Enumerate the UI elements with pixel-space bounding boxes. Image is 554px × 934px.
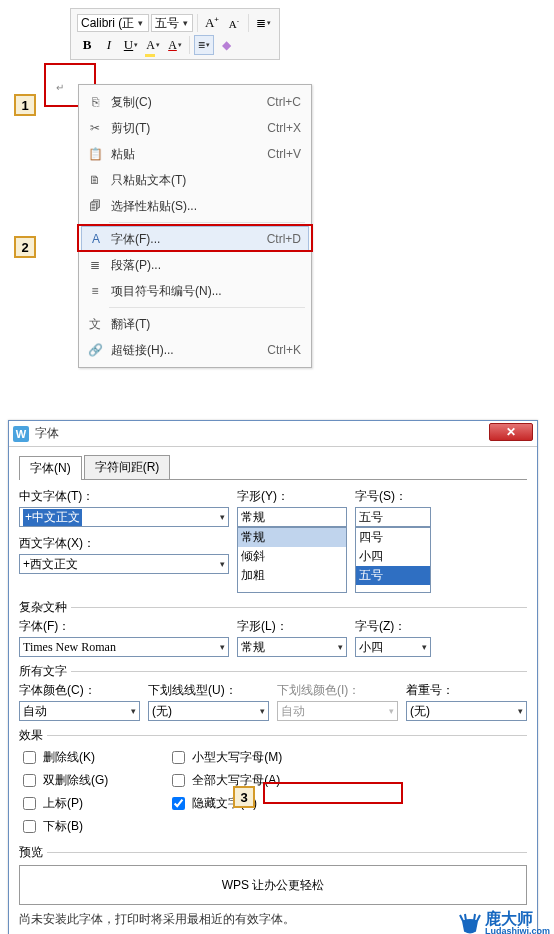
clipboard-icon: 📋 (87, 146, 103, 162)
size-input[interactable]: 五号 (355, 507, 431, 527)
underline-style-label: 下划线线型(U)： (148, 682, 269, 699)
en-font-label: 西文字体(X)： (19, 535, 229, 552)
font-note: 尚未安装此字体，打印时将采用最相近的有效字体。 (19, 911, 527, 928)
dialog-title: 字体 (35, 425, 489, 442)
chk-subscript[interactable]: 下标(B) (19, 817, 108, 836)
cx-font-combo[interactable]: Times New Roman▾ (19, 637, 229, 657)
underline-color-label: 下划线颜色(I)： (277, 682, 398, 699)
size-item[interactable]: 小四 (356, 547, 430, 566)
annotation-highlight-2 (77, 224, 313, 252)
translate-icon: 文 (87, 316, 103, 332)
ctx-cut[interactable]: ✂剪切(T)Ctrl+X (81, 115, 309, 141)
dialog-tabs: 字体(N) 字符间距(R) (19, 455, 527, 480)
formatting-toolbar: Calibri (正▾ 五号▾ A+ A- ≣▾ B I U▾ A▾ A▾ ≡▾… (70, 8, 280, 60)
font-color-combo[interactable]: 自动▾ (19, 701, 140, 721)
close-button[interactable]: ✕ (489, 423, 533, 441)
cx-style-combo[interactable]: 常规▾ (237, 637, 347, 657)
annotation-step-2: 2 (14, 236, 36, 258)
style-input[interactable]: 常规 (237, 507, 347, 527)
chk-double-strike[interactable]: 双删除线(G) (19, 771, 108, 790)
tab-font[interactable]: 字体(N) (19, 456, 82, 480)
italic-button[interactable]: I (99, 35, 119, 55)
tab-spacing[interactable]: 字符间距(R) (84, 455, 171, 479)
paste-text-icon: 🗎 (87, 172, 103, 188)
style-item[interactable]: 加粗 (238, 566, 346, 585)
chk-superscript[interactable]: 上标(P) (19, 794, 108, 813)
line-spacing-button[interactable]: ≣▾ (253, 13, 273, 33)
cx-font-label: 字体(F)： (19, 618, 229, 635)
preview-section-label: 预览 (19, 844, 43, 861)
copy-icon: ⎘ (87, 94, 103, 110)
size-item[interactable]: 五号 (356, 566, 430, 585)
style-label: 字形(Y)： (237, 488, 347, 505)
app-icon: W (13, 426, 29, 442)
align-button[interactable]: ≡▾ (194, 35, 214, 55)
annotation-step-1: 1 (14, 94, 36, 116)
cx-size-label: 字号(Z)： (355, 618, 431, 635)
emphasis-combo[interactable]: (无)▾ (406, 701, 527, 721)
paste-special-icon: 🗐 (87, 198, 103, 214)
preview-box: WPS 让办公更轻松 (19, 865, 527, 905)
ctx-paste[interactable]: 📋粘贴Ctrl+V (81, 141, 309, 167)
ctx-paragraph[interactable]: ≣段落(P)... (81, 252, 309, 278)
ctx-paste-text[interactable]: 🗎只粘贴文本(T) (81, 167, 309, 193)
cx-style-label: 字形(L)： (237, 618, 347, 635)
scissors-icon: ✂ (87, 120, 103, 136)
ctx-bullets[interactable]: ≡项目符号和编号(N)... (81, 278, 309, 304)
link-icon: 🔗 (87, 342, 103, 358)
underline-button[interactable]: U▾ (121, 35, 141, 55)
effects-section-label: 效果 (19, 727, 43, 744)
font-dialog: W 字体 ✕ 字体(N) 字符间距(R) 中文字体(T)： +中文正文▾ 西文字… (8, 420, 538, 934)
style-item[interactable]: 常规 (238, 528, 346, 547)
annotation-highlight-3 (263, 782, 403, 804)
chk-strike[interactable]: 删除线(K) (19, 748, 108, 767)
bold-button[interactable]: B (77, 35, 97, 55)
size-item[interactable]: 四号 (356, 528, 430, 547)
watermark: 鹿大师 Ludashiwj.com (455, 911, 550, 934)
style-item[interactable]: 倾斜 (238, 547, 346, 566)
emphasis-label: 着重号： (406, 682, 527, 699)
ctx-hyperlink[interactable]: 🔗超链接(H)...Ctrl+K (81, 337, 309, 363)
clear-format-button[interactable]: ◆ (216, 35, 236, 55)
style-listbox[interactable]: 常规 倾斜 加粗 (237, 527, 347, 593)
bullets-icon: ≡ (87, 283, 103, 299)
cn-font-label: 中文字体(T)： (19, 488, 229, 505)
font-size-selector[interactable]: 五号▾ (151, 14, 193, 32)
shrink-font-button[interactable]: A- (224, 13, 244, 33)
ctx-translate[interactable]: 文翻译(T) (81, 311, 309, 337)
alltext-section-label: 所有文字 (19, 663, 67, 680)
en-font-combo[interactable]: +西文正文▾ (19, 554, 229, 574)
font-color-label: 字体颜色(C)： (19, 682, 140, 699)
size-label: 字号(S)： (355, 488, 431, 505)
highlight-button[interactable]: A▾ (143, 35, 163, 55)
grow-font-button[interactable]: A+ (202, 13, 222, 33)
cx-size-combo[interactable]: 小四▾ (355, 637, 431, 657)
underline-color-combo: 自动▾ (277, 701, 398, 721)
deer-icon (455, 913, 485, 935)
complex-section-label: 复杂文种 (19, 599, 67, 616)
chk-smallcaps[interactable]: 小型大写字母(M) (168, 748, 282, 767)
ctx-paste-special[interactable]: 🗐选择性粘贴(S)... (81, 193, 309, 219)
dialog-titlebar: W 字体 ✕ (9, 421, 537, 447)
size-listbox[interactable]: 四号 小四 五号 (355, 527, 431, 593)
annotation-step-3: 3 (233, 786, 255, 808)
ctx-copy[interactable]: ⎘复制(C)Ctrl+C (81, 89, 309, 115)
paragraph-icon: ≣ (87, 257, 103, 273)
font-color-button[interactable]: A▾ (165, 35, 185, 55)
cn-font-combo[interactable]: +中文正文▾ (19, 507, 229, 527)
underline-style-combo[interactable]: (无)▾ (148, 701, 269, 721)
font-name-selector[interactable]: Calibri (正▾ (77, 14, 149, 32)
